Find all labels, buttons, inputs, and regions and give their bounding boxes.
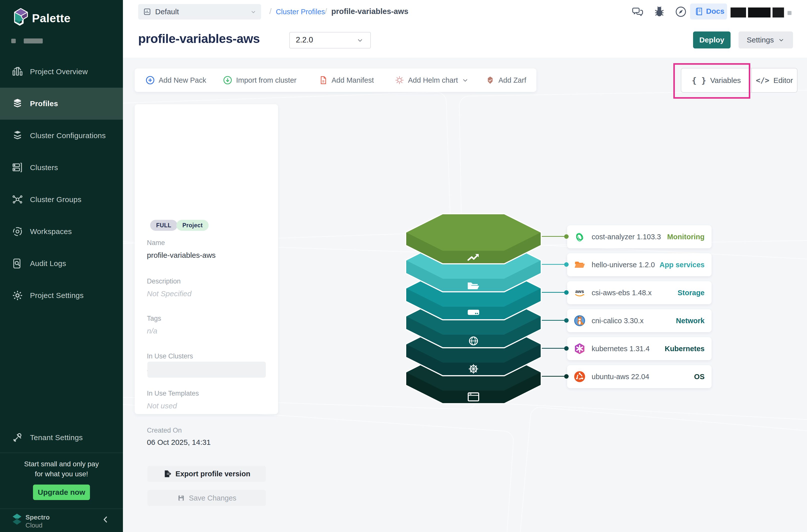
add-zarf-button[interactable]: Add Zarf [485,69,526,92]
pack-name: cost-analyzer 1.103.3 [592,233,661,241]
sidebar-item-audit-logs[interactable]: Audit Logs [0,248,123,280]
pack-row-hello-universe[interactable]: hello-universe 1.2.0 App services [567,253,712,276]
user-menu-chevron-icon[interactable] [788,11,791,15]
name-value: profile-variables-aws [147,251,215,260]
export-profile-version-label: Export profile version [175,470,250,478]
divider [0,453,123,453]
breadcrumb-separator: / [269,7,271,16]
breadcrumb-link-cluster-profiles[interactable]: Cluster Profiles [276,8,325,16]
pack-row-cni-calico[interactable]: cni-calico 3.30.x Network [567,309,712,332]
bar-chart-icon [12,66,23,78]
pack-row-kubernetes[interactable]: kubernetes 1.31.4 Kubernetes [567,337,712,360]
project-selector-label: Default [155,7,179,16]
annotation-highlight-box [673,63,750,99]
version-select[interactable]: 2.2.0 [289,32,371,49]
footer-brand-line1: Spectro [25,514,50,521]
chevron-down-icon [778,36,785,43]
footer-brand-line2: Cloud [25,521,42,529]
folder-icon [574,259,586,271]
gear-icon [12,289,23,302]
sidebar-item-clusters[interactable]: Clusters [0,152,123,184]
export-file-icon [163,469,172,478]
helm-wheel-icon [469,364,478,374]
pack-toolbar: Add New Pack Import from cluster Add Man… [135,69,537,92]
download-circle-icon [223,75,232,85]
sidebar-item-label: Cluster Groups [30,195,81,204]
background-grid [516,406,807,532]
pack-name: ubuntu-aws 22.04 [592,373,649,381]
layers-icon [12,98,23,110]
deploy-button[interactable]: Deploy [693,32,731,49]
pack-category: Storage [678,289,705,297]
created-on-label: Created On [147,426,182,434]
connector-dot [564,318,569,323]
bug-report-icon[interactable] [653,5,665,18]
compass-tour-icon[interactable] [675,5,687,18]
hard-drive-icon [468,310,479,315]
project-selector[interactable]: Default [138,4,261,19]
zarf-icon [485,75,495,85]
pack-name: csi-aws-ebs 1.48.x [592,289,652,297]
sidebar-item-workspaces[interactable]: Workspaces [0,215,123,248]
feedback-chat-icon[interactable] [632,5,644,18]
connector-dot [564,374,569,379]
save-floppy-icon [177,494,185,502]
sidebar-item-cluster-groups[interactable]: Cluster Groups [0,184,123,215]
breadcrumb-current: profile-variables-aws [331,7,408,16]
helm-wheel-icon [394,75,405,85]
import-from-cluster-button[interactable]: Import from cluster [223,69,297,92]
upgrade-now-button[interactable]: Upgrade now [33,484,90,500]
pack-category: Monitoring [667,233,705,241]
redacted-block [11,39,16,43]
sidebar-item-label: Clusters [30,163,58,172]
pack-row-cost-analyzer[interactable]: cost-analyzer 1.103.3 Monitoring [567,225,712,248]
save-changes-label: Save Changes [189,494,236,502]
name-label: Name [147,239,165,247]
save-changes-button[interactable]: Save Changes [147,490,266,506]
profile-layer-stack [405,213,543,406]
brand-name: Palette [32,12,71,25]
pack-name: kubernetes 1.31.4 [592,345,650,353]
pack-row-csi-aws-ebs[interactable]: aws csi-aws-ebs 1.48.x Storage [567,281,712,304]
pack-name: cni-calico 3.30.x [592,317,644,325]
export-profile-version-button[interactable]: Export profile version [147,466,266,482]
sidebar-item-cluster-configurations[interactable]: Cluster Configurations [0,120,123,152]
add-helm-chart-button[interactable]: Add Helm chart [394,69,469,92]
profile-type-badge: FULL [150,220,177,231]
redacted-block [24,38,43,43]
add-zarf-label: Add Zarf [499,76,526,84]
editor-tab[interactable]: </> Editor [752,69,797,92]
divider [0,509,123,509]
doc-search-icon [12,258,23,269]
plus-circle-icon [145,75,155,85]
tags-label: Tags [147,315,161,322]
pack-row-ubuntu-aws[interactable]: ubuntu-aws 22.04 OS [567,365,712,388]
sidebar-item-project-settings[interactable]: Project Settings [0,280,123,311]
profile-scope-badge: Project [176,220,209,231]
redacted-username [772,7,784,18]
settings-button[interactable]: Settings [738,32,793,49]
docs-button[interactable]: Docs [690,3,727,19]
add-manifest-label: Add Manifest [332,76,374,84]
pack-category: App services [659,261,705,269]
sidebar-item-tenant-settings[interactable]: Tenant Settings [0,422,123,454]
created-on-value: 06 Oct 2025, 14:31 [147,438,211,446]
add-manifest-button[interactable]: Add Manifest [319,69,374,92]
ubuntu-icon [574,370,586,383]
pack-category: OS [694,373,705,381]
sidebar-item-label: Project Settings [30,291,84,300]
add-new-pack-button[interactable]: Add New Pack [145,69,206,92]
sidebar-item-project-overview[interactable]: Project Overview [0,56,123,88]
node-graph-icon [12,194,23,206]
tags-value: n/a [147,327,157,335]
sidebar-item-profiles[interactable]: Profiles [0,88,123,120]
stack-layer-monitoring[interactable] [406,214,541,263]
manifest-file-icon [319,75,328,85]
book-icon [695,7,704,16]
page-title: profile-variables-aws [138,32,260,46]
settings-button-label: Settings [747,36,774,44]
redacted-username [731,7,746,18]
breadcrumb-separator: / [325,7,327,16]
collapse-sidebar-chevron-icon[interactable] [100,514,110,525]
chevron-down-icon [250,9,257,15]
